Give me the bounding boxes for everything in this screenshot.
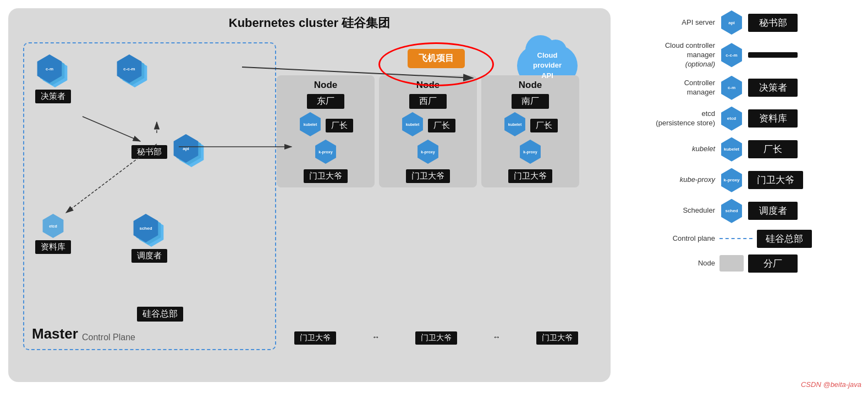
node-xichang-kubelet: kubelet 厂长 [400,112,455,136]
api-node: 秘书部 api [131,134,207,167]
kubelet-label-south: 厂长 [530,119,558,132]
kubelet-label-west: 厂长 [428,119,455,132]
legend-row-cm: Controllermanager c-m 决策者 [627,74,862,102]
legend-label-ccm: Cloud controllermanager(optional) [627,41,715,69]
etcd-hex: etcd [41,214,65,238]
etcd-node: etcd 资料库 [35,214,71,254]
legend-hex-cm: c-m [719,76,744,100]
legend-hex-api: api [719,10,744,35]
legend-label-node: Node [627,259,715,268]
node-nanchang: Node 南厂 kubelet 厂长 k-proxy 门卫大爷 [481,75,579,187]
node-nanchang-title: Node [519,80,542,91]
node-dongchang-kubelet: kubelet 厂长 [298,112,353,136]
gate-label-east: 门卫大爷 [304,169,348,183]
legend-name-node: 分厂 [748,254,798,273]
kproxy-hex-south: k-proxy [518,140,542,164]
siligu-zongbu-badge: 硅谷总部 [137,305,183,322]
kproxy-hex-west: k-proxy [416,140,440,164]
legend-row-ccm: Cloud controllermanager(optional) c-c-m [627,39,862,71]
legend-row-scheduler: Scheduler sched 调度者 [627,197,862,225]
node-xichang-title: Node [416,80,440,91]
diagram-area: Kubernetes cluster 硅谷集团 c-m 决策者 c-c-m [0,0,622,393]
legend-name-kube-proxy: 门卫大爷 [748,171,803,189]
node-xichang-location: 西厂 [409,94,447,109]
gate-label-south: 门卫大爷 [508,169,552,183]
node-xichang: Node 西厂 kubelet 厂长 k-proxy 门卫大爷 [379,75,477,187]
master-box: c-m 决策者 c-c-m 秘书部 [23,42,276,350]
arrow-west-south: ↔ [493,333,501,341]
legend-name-ccm [748,52,798,58]
gate-bottom-row: 门卫大爷 ↔ 门卫大爷 ↔ 门卫大爷 [277,329,596,345]
k8s-cluster-box: Kubernetes cluster 硅谷集团 c-m 决策者 c-c-m [8,8,611,382]
arrow-east-west: ↔ [372,333,380,341]
kubelet-hex-west: kubelet [400,112,425,136]
node-nanchang-kubelet: kubelet 厂长 [503,112,558,136]
gate-label-west-bottom: 门卫大爷 [415,331,457,345]
legend-gray-box-node [719,255,744,272]
legend-name-scheduler: 调度者 [748,202,798,220]
gate-label-south-bottom: 门卫大爷 [536,331,578,345]
legend-label-api: API server [627,18,715,27]
cm-label: 决策者 [35,90,71,103]
legend-name-api: 秘书部 [748,14,798,32]
legend-row-api: API server api 秘书部 [627,8,862,37]
node-nanchang-kproxy: k-proxy [518,140,542,164]
flight-project-badge: 飞机项目 [408,49,465,68]
legend-name-control-plane: 硅谷总部 [757,230,812,248]
legend-label-kubelet: kubelet [627,145,715,154]
api-label-left: 秘书部 [131,145,167,159]
node-cards-row: Node 东厂 kubelet 厂长 k-proxy 门卫大爷 Node [277,75,596,187]
node-dongchang: Node 东厂 kubelet 厂长 k-proxy 门卫大爷 [277,75,375,187]
csdn-watermark: CSDN @beita-java [801,380,861,389]
master-label: Master [32,325,78,342]
legend-label-cm: Controllermanager [627,79,715,97]
cm-icon-stack: c-m [35,54,71,87]
kubelet-hex-south: kubelet [503,112,527,136]
siligu-zongbu-label: 硅谷总部 [137,307,183,322]
cluster-title: Kubernetes cluster 硅谷集团 [17,15,602,31]
nodes-area: 飞机项目 Node 东厂 kubelet 厂长 k-proxy [277,42,596,356]
sched-node: sched 调度者 [131,214,167,263]
legend-hex-kube-proxy: k-proxy [719,168,744,192]
legend-dashed-line [719,238,752,239]
legend-row-etcd: etcd(persistence store) etcd 资料库 [627,104,862,133]
legend-row-control-plane: Control plane 硅谷总部 [627,228,862,250]
sched-label: 调度者 [131,249,167,263]
kubelet-label-east: 厂长 [326,119,353,132]
node-xichang-kproxy: k-proxy [416,140,440,164]
gate-label-west: 门卫大爷 [406,169,450,183]
ccm-icon-stack: c-c-m [115,54,151,87]
etcd-label: 资料库 [35,240,71,254]
legend-hex-ccm: c-c-m [719,43,744,67]
node-nanchang-location: 南厂 [512,94,549,109]
node-dongchang-kproxy: k-proxy [314,140,338,164]
node-dongchang-title: Node [314,80,338,91]
legend-label-control-plane: Control plane [627,234,715,243]
legend-panel: API server api 秘书部 Cloud controllermanag… [622,0,868,393]
legend-hex-kubelet: kubelet [719,137,744,162]
controller-manager-node: c-m 决策者 [35,54,71,103]
gate-label-east-bottom: 门卫大爷 [294,331,336,345]
ccm-node: c-c-m [115,54,151,87]
kproxy-hex-east: k-proxy [314,140,338,164]
node-dongchang-location: 东厂 [307,94,344,109]
legend-name-kubelet: 厂长 [748,140,798,158]
legend-row-kube-proxy: kube-proxy k-proxy 门卫大爷 [627,166,862,195]
legend-label-kube-proxy: kube-proxy [627,175,715,185]
legend-row-node: Node 分厂 [627,252,862,275]
legend-label-etcd: etcd(persistence store) [627,109,715,128]
api-icon-stack: api [172,134,207,167]
control-plane-label: Control Plane [82,333,135,342]
legend-name-etcd: 资料库 [748,109,798,128]
legend-row-kubelet: kubelet kubelet 厂长 [627,135,862,164]
legend-name-cm: 决策者 [748,79,798,97]
kubelet-hex-east: kubelet [298,112,322,136]
sched-icon-stack: sched [131,214,167,247]
legend-hex-scheduler: sched [719,199,744,223]
legend-label-scheduler: Scheduler [627,206,715,215]
legend-hex-etcd: etcd [719,107,744,131]
